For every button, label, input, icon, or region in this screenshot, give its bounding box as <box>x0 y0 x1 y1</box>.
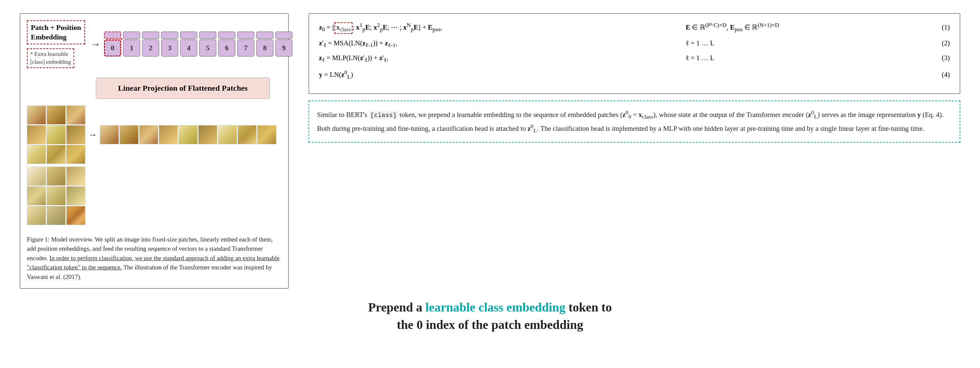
arrow-icon: → <box>90 38 101 50</box>
eq1-z0: z0 = [xclass; x1pE; x2pE; ⋯ ; xNpE] + Ep… <box>319 23 442 31</box>
bottom-line-2: the 0 index of the patch embedding <box>0 316 980 333</box>
description-text: Similar to BERT's [class] token, we prep… <box>317 111 943 133</box>
token-top-9 <box>275 32 293 39</box>
bottom-line-1: Prepend a learnable class embedding toke… <box>0 299 980 316</box>
eq2-right: ℓ = 1 … L <box>686 39 924 47</box>
token-body-2: 2 <box>142 40 159 56</box>
p2-0-0 <box>27 166 46 186</box>
patch-1-1 <box>47 125 66 144</box>
linear-projection-box: Linear Projection of Flattened Patches <box>96 78 270 99</box>
class-token-code: [class] <box>369 111 398 119</box>
token-7: 7 <box>237 32 255 56</box>
p2-2-0 <box>27 206 46 225</box>
token-body-1: 1 <box>123 40 140 56</box>
patch-2-0 <box>27 145 46 164</box>
source-image-2 <box>27 166 85 225</box>
eq4-left: y = LN(z0L) <box>319 69 676 80</box>
token-8: 8 <box>256 32 274 56</box>
p2-2-2 <box>66 206 85 225</box>
eq2-left: z′ℓ = MSA(LN(zℓ-1)) + zℓ-1, <box>319 39 676 49</box>
description-box: Similar to BERT's [class] token, we prep… <box>309 101 960 142</box>
token-body-3: 3 <box>161 40 178 56</box>
token-0: 0 * <box>104 32 121 56</box>
equation-4-row: y = LN(z0L) (4) <box>319 69 950 80</box>
p2-1-2 <box>66 186 85 205</box>
source-patches-row-2 <box>27 166 282 225</box>
xclass-box: xclass <box>334 22 353 34</box>
token-body-7: 7 <box>237 40 255 56</box>
eq4-number: (4) <box>933 70 950 79</box>
token-9: 9 <box>275 32 293 56</box>
main-container: Patch + PositionEmbedding * Extra learna… <box>0 0 980 295</box>
eq1-left: z0 = [xclass; x1pE; x2pE; ⋯ ; xNpE] + Ep… <box>319 22 676 34</box>
eq3-number: (3) <box>933 54 950 62</box>
token-top-3 <box>161 32 178 39</box>
p2-2-1 <box>47 206 66 225</box>
strip-8 <box>257 125 276 144</box>
star-marker: * <box>121 38 123 43</box>
source-image <box>27 106 85 164</box>
patch-0-2 <box>66 106 85 125</box>
p2-1-1 <box>47 186 66 205</box>
patch-1-2 <box>66 125 85 144</box>
strip-3 <box>159 125 178 144</box>
figure-caption: Figure 1: Model overview. We split an im… <box>27 235 282 282</box>
token-top-7 <box>237 32 255 39</box>
token-3: 3 <box>161 32 178 56</box>
tokens-row: 0 * 1 2 3 <box>104 32 293 56</box>
strip-6 <box>218 125 237 144</box>
token-top-5 <box>199 32 216 39</box>
token-body-8: 8 <box>256 40 274 56</box>
equation-2-row: z′ℓ = MSA(LN(zℓ-1)) + zℓ-1, ℓ = 1 … L (2… <box>319 39 950 49</box>
patch-2-1 <box>47 145 66 164</box>
token-body-9: 9 <box>275 40 293 56</box>
equation-1-row: z0 = [xclass; x1pE; x2pE; ⋯ ; xNpE] + Ep… <box>319 22 950 34</box>
token-5: 5 <box>199 32 216 56</box>
images-section: → <box>27 106 282 225</box>
patch-1-0 <box>27 125 46 144</box>
strip-5 <box>198 125 217 144</box>
patch-position-label: Patch + PositionEmbedding <box>27 20 85 44</box>
patch-2-2 <box>66 145 85 164</box>
token-body-0: 0 * <box>104 40 121 56</box>
token-top-6 <box>218 32 235 39</box>
token-body-5: 5 <box>199 40 216 56</box>
eq2-number: (2) <box>933 39 950 47</box>
eq1-right: E ∈ ℝ(P²·C)×D, Epos ∈ ℝ(N+1)×D <box>686 22 924 33</box>
extra-learnable-label: * Extra learnable[class] embedding <box>27 48 74 68</box>
figure-box: Patch + PositionEmbedding * Extra learna… <box>20 13 289 289</box>
caption-text: Figure 1: Model overview. We split an im… <box>27 236 280 280</box>
diagram-area: Patch + PositionEmbedding * Extra learna… <box>27 20 282 282</box>
top-row: Patch + PositionEmbedding * Extra learna… <box>27 20 282 68</box>
strip-4 <box>178 125 197 144</box>
eq1-number: (1) <box>933 23 950 32</box>
equations-box: z0 = [xclass; x1pE; x2pE; ⋯ ; xNpE] + Ep… <box>309 13 960 94</box>
token-4: 4 <box>180 32 197 56</box>
equation-3-row: zℓ = MLP(LN(z′ℓ)) + z′ℓ, ℓ = 1 … L (3) <box>319 54 950 63</box>
token-body-6: 6 <box>218 40 235 56</box>
caption-underline: In order to perform classification, we u… <box>27 254 280 271</box>
patch-0-0 <box>27 106 46 125</box>
bottom-caption: Prepend a learnable class embedding toke… <box>0 299 980 340</box>
strip-1 <box>119 125 138 144</box>
patches-strip <box>100 125 276 144</box>
strip-7 <box>238 125 257 144</box>
p2-1-0 <box>27 186 46 205</box>
token-top-1 <box>123 32 140 39</box>
right-panel: z0 = [xclass; x1pE; x2pE; ⋯ ; xNpE] + Ep… <box>309 13 960 142</box>
highlight-text: learnable class embedding <box>425 300 565 314</box>
source-patches-row: → <box>27 106 282 164</box>
token-1: 1 <box>123 32 140 56</box>
eq3-left: zℓ = MLP(LN(z′ℓ)) + z′ℓ, <box>319 54 676 63</box>
arrow-to-patches: → <box>88 130 97 140</box>
strip-0 <box>100 125 119 144</box>
token-6: 6 <box>218 32 235 56</box>
token-body-4: 4 <box>180 40 197 56</box>
strip-2 <box>139 125 158 144</box>
token-top-4 <box>180 32 197 39</box>
p2-0-1 <box>47 166 66 186</box>
p2-0-2 <box>66 166 85 186</box>
token-top-2 <box>142 32 159 39</box>
token-top-0 <box>104 32 121 39</box>
token-top-8 <box>256 32 274 39</box>
